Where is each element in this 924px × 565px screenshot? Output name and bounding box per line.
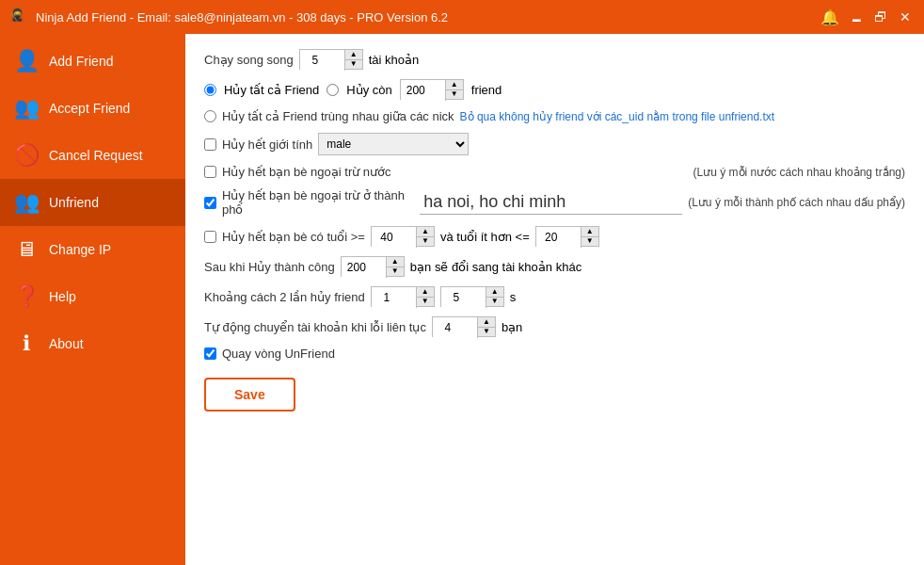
unfriend-icon: 👥 xyxy=(13,190,40,215)
khoang-cach-input2[interactable] xyxy=(441,287,486,308)
tu-dong-chuyen-down[interactable]: ▼ xyxy=(478,328,495,337)
sidebar-label-about: About xyxy=(49,336,84,351)
huy-con-spinner-btns: ▲ ▼ xyxy=(446,80,463,99)
checkbox-huy-nuoc[interactable] xyxy=(204,166,216,178)
sidebar-item-change-ip[interactable]: 🖥 Change IP xyxy=(0,226,185,273)
chay-song-song-down[interactable]: ▼ xyxy=(345,60,362,70)
sidebar-label-cancel-request: Cancel Request xyxy=(49,148,143,163)
huy-gioi-tinh-label: Hủy hết giới tính xyxy=(222,137,312,152)
tuoi-from-down[interactable]: ▼ xyxy=(417,237,434,247)
sau-khi-huy-label: Sau khi Hủy thành công xyxy=(204,260,335,274)
huy-ngoai-tru-nuoc-row: Hủy hết bạn bè ngoại trừ nước xyxy=(204,165,688,179)
chay-song-song-label: Chạy song song xyxy=(204,53,294,67)
khoang-cach-row: Khoảng cách 2 lần hủy friend ▲ ▼ ▲ ▼ s xyxy=(204,286,905,307)
radio-huy-trung-nhau[interactable] xyxy=(204,110,216,122)
sidebar-item-help[interactable]: ❓ Help xyxy=(0,273,185,320)
chay-song-song-input[interactable] xyxy=(300,50,345,71)
notification-bell-icon[interactable]: 🔔 xyxy=(820,8,839,26)
chay-song-song-row: Chạy song song ▲ ▼ tài khoản xyxy=(204,49,905,70)
khoang-cach-up1[interactable]: ▲ xyxy=(417,287,434,298)
maximize-button[interactable]: 🗗 xyxy=(871,8,890,26)
khoang-cach-spinner2[interactable]: ▲ ▼ xyxy=(440,286,504,307)
sidebar: 👤 Add Friend 👥 Accept Friend 🚫 Cancel Re… xyxy=(0,34,185,565)
gioi-tinh-select[interactable]: male female xyxy=(318,133,469,155)
radio-huy-tat-ca[interactable] xyxy=(204,84,216,96)
accept-friend-icon: 👥 xyxy=(13,96,40,121)
main-layout: 👤 Add Friend 👥 Accept Friend 🚫 Cancel Re… xyxy=(0,34,924,565)
khoang-cach-down2[interactable]: ▼ xyxy=(486,298,503,307)
sau-khi-huy-spinner[interactable]: ▲ ▼ xyxy=(341,256,405,277)
sidebar-item-add-friend[interactable]: 👤 Add Friend xyxy=(0,38,185,85)
quay-vong-row: Quay vòng UnFriend xyxy=(204,347,905,361)
huy-tuoi-row: Hủy hết bạn bè có tuổi >= ▲ ▼ và tuổi ít… xyxy=(204,226,905,247)
save-button[interactable]: Save xyxy=(204,378,295,412)
tuoi-and-label: và tuổi ít hơn <= xyxy=(440,230,530,244)
window-controls: 🗕 🗗 ✕ xyxy=(847,8,915,26)
quay-vong-label: Quay vòng UnFriend xyxy=(222,347,335,361)
help-icon: ❓ xyxy=(13,284,40,309)
sidebar-label-add-friend: Add Friend xyxy=(49,54,113,69)
close-button[interactable]: ✕ xyxy=(896,8,915,26)
minimize-button[interactable]: 🗕 xyxy=(847,8,866,26)
huy-con-up[interactable]: ▲ xyxy=(446,80,463,90)
tu-dong-chuyen-up[interactable]: ▲ xyxy=(478,317,495,328)
content-area: Chạy song song ▲ ▼ tài khoản Hủy tất cả … xyxy=(185,34,924,565)
sidebar-label-help: Help xyxy=(49,289,76,304)
sau-khi-huy-input[interactable] xyxy=(342,257,387,278)
checkbox-quay-vong[interactable] xyxy=(204,347,216,360)
huy-tuoi-label: Hủy hết bạn bè có tuổi >= xyxy=(222,230,365,244)
sidebar-item-about[interactable]: ℹ About xyxy=(0,320,185,367)
chay-song-song-up[interactable]: ▲ xyxy=(345,50,362,60)
tuoi-to-spinner[interactable]: ▲ ▼ xyxy=(535,226,599,247)
chay-song-song-spinner-btns: ▲ ▼ xyxy=(345,50,362,69)
huy-nuoc-label: Hủy hết bạn bè ngoại trừ nước xyxy=(222,165,391,179)
sidebar-item-accept-friend[interactable]: 👥 Accept Friend xyxy=(0,85,185,132)
radio-huy-con-label: Hủy còn xyxy=(346,83,391,97)
tuoi-to-down[interactable]: ▼ xyxy=(581,237,598,247)
chay-song-song-spinner[interactable]: ▲ ▼ xyxy=(299,49,363,70)
huy-thanh-pho-label: Hủy hết bạn bè ngoại trừ ở thành phố xyxy=(222,188,414,217)
cancel-request-icon: 🚫 xyxy=(13,143,40,168)
sidebar-item-cancel-request[interactable]: 🚫 Cancel Request xyxy=(0,132,185,179)
chay-song-song-suffix: tài khoản xyxy=(369,53,420,67)
sidebar-label-unfriend: Unfriend xyxy=(49,195,99,210)
checkbox-huy-tuoi[interactable] xyxy=(204,231,216,243)
khoang-cach-up2[interactable]: ▲ xyxy=(486,287,503,298)
about-icon: ℹ xyxy=(13,331,40,356)
sau-khi-huy-up[interactable]: ▲ xyxy=(387,257,404,267)
tuoi-to-up[interactable]: ▲ xyxy=(581,227,598,237)
sidebar-item-unfriend[interactable]: 👥 Unfriend xyxy=(0,179,185,226)
tuoi-to-input[interactable] xyxy=(536,227,581,248)
tuoi-from-input[interactable] xyxy=(372,227,417,248)
huy-con-down[interactable]: ▼ xyxy=(446,90,463,100)
khoang-cach-input1[interactable] xyxy=(372,287,417,308)
sau-khi-huy-suffix: bạn sẽ đổi sang tài khoản khác xyxy=(410,260,581,274)
checkbox-huy-gioi-tinh[interactable] xyxy=(204,138,216,151)
tu-dong-chuyen-spinner[interactable]: ▲ ▼ xyxy=(432,316,496,337)
tuoi-from-up[interactable]: ▲ xyxy=(417,227,434,237)
huy-option-row: Hủy tất cả Friend Hủy còn ▲ ▼ friend xyxy=(204,79,905,100)
radio-huy-tat-ca-label: Hủy tất cả Friend xyxy=(224,83,319,97)
sau-khi-huy-row: Sau khi Hủy thành công ▲ ▼ bạn sẽ đổi sa… xyxy=(204,256,905,277)
radio-huy-con[interactable] xyxy=(327,84,339,96)
tu-dong-chuyen-suffix: bạn xyxy=(502,320,522,334)
huy-con-suffix: friend xyxy=(471,83,502,97)
huy-con-spinner[interactable]: ▲ ▼ xyxy=(400,79,464,100)
tu-dong-chuyen-row: Tự động chuyển tài khoản khi lỗi liên tụ… xyxy=(204,316,905,337)
checkbox-huy-thanh-pho[interactable] xyxy=(204,197,216,209)
add-friend-icon: 👤 xyxy=(13,49,40,73)
tuoi-from-spinner[interactable]: ▲ ▼ xyxy=(371,226,435,247)
bo-qua-link[interactable]: Bỏ qua không hủy friend với các_uid nằm … xyxy=(460,110,775,123)
city-input[interactable] xyxy=(420,190,682,215)
title-bar-title: Ninja Add Friend - Email: sale8@ninjatea… xyxy=(36,10,820,24)
khoang-cach-spinner1[interactable]: ▲ ▼ xyxy=(371,286,435,307)
hint-thanh-pho: (Lưu ý mỗi thành phố cách nhau dấu phẩy) xyxy=(688,196,905,209)
khoang-cach-down1[interactable]: ▼ xyxy=(417,298,434,307)
tu-dong-chuyen-input[interactable] xyxy=(433,317,478,338)
title-bar: 🥷 Ninja Add Friend - Email: sale8@ninjat… xyxy=(0,0,924,34)
khoang-cach-suffix: s xyxy=(510,290,517,304)
huy-trung-nhau-label: Hủy tất cả Friend trùng nhau giữa các ni… xyxy=(222,109,454,123)
app-icon: 🥷 xyxy=(9,8,28,26)
huy-con-input[interactable] xyxy=(401,80,446,101)
sau-khi-huy-down[interactable]: ▼ xyxy=(387,267,404,277)
